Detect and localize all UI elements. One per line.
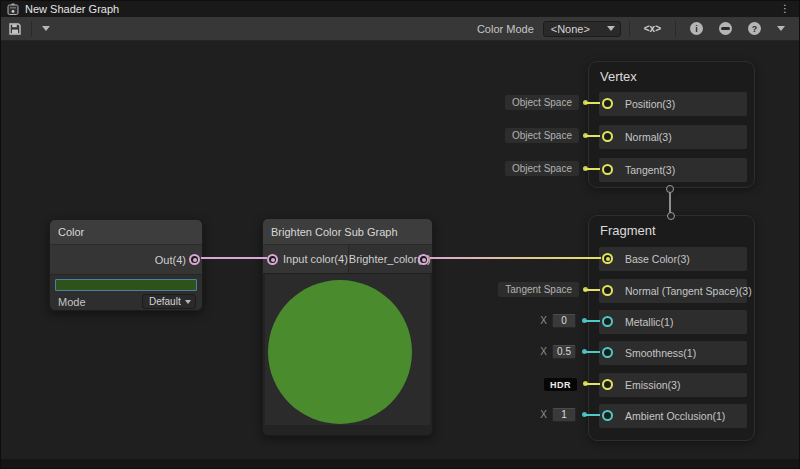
brighter-color-port[interactable] [418, 254, 429, 265]
help-button[interactable]: ? [742, 18, 767, 40]
color-mode-label: Color Mode [477, 23, 534, 35]
save-icon [9, 23, 21, 35]
slot-ambient-occlusion: Ambient Occlusion(1) [599, 404, 747, 428]
connector-dot [667, 212, 675, 220]
ambient-occlusion-value-field[interactable]: 1 [552, 408, 576, 422]
space-hint-normal-ts: Tangent Space [498, 282, 579, 297]
save-asset-button[interactable] [3, 18, 27, 40]
chevron-down-icon [42, 26, 50, 31]
sphere-preview-icon [719, 22, 732, 35]
base-color-port[interactable] [602, 253, 613, 264]
mode-value: Default [149, 296, 181, 307]
smoothness-value-field[interactable]: 0.5 [552, 345, 576, 359]
slot-normal: Normal(3) [599, 125, 747, 149]
slot-tangent: Tangent(3) [599, 158, 747, 182]
mode-dropdown[interactable]: Default [142, 294, 196, 309]
slot-base-color: Base Color(3) [599, 247, 747, 271]
graph-inspector-button[interactable]: i [684, 18, 709, 40]
vertex-node[interactable]: Vertex Position(3) Normal(3) Tangent(3) [588, 61, 755, 188]
fragment-node-title: Fragment [600, 223, 656, 238]
metallic-port[interactable] [602, 316, 613, 327]
ambient-occlusion-control: X 1 [540, 407, 576, 422]
title-bar: New Shader Graph ⋮ [1, 1, 799, 17]
color-node[interactable]: Color Out(4) Mode Default [49, 219, 203, 311]
color-out-port[interactable] [189, 254, 200, 265]
slot-label: Metallic(1) [625, 316, 673, 328]
subgraph-ports-row: Input color(4) Brighter_color(4) [263, 245, 432, 274]
subgraph-node-header[interactable]: Brighten Color Sub Graph [263, 219, 432, 245]
metallic-value-field[interactable]: 0 [552, 314, 576, 328]
fragment-node[interactable]: Fragment Base Color(3) Normal (Tangent S… [588, 215, 755, 441]
normal-port[interactable] [602, 131, 613, 142]
vertex-node-title: Vertex [600, 69, 637, 84]
view-generated-shader-button[interactable]: <x> [638, 18, 667, 40]
slot-label: Tangent(3) [625, 164, 675, 176]
slot-normal-tangent-space: Normal (Tangent Space)(3) [599, 279, 747, 303]
color-node-title: Color [58, 226, 84, 238]
input-color-port[interactable] [267, 254, 278, 265]
tangent-port[interactable] [602, 164, 613, 175]
stub-wire [584, 320, 600, 322]
color-out-row: Out(4) [50, 245, 202, 274]
input-color-label: Input color(4) [283, 253, 348, 265]
slot-label: Normal(3) [625, 131, 672, 143]
shader-graph-window: New Shader Graph ⋮ Color Mode <None> [0, 0, 800, 469]
slot-label: Smoothness(1) [625, 347, 696, 359]
chevron-down-icon [777, 26, 785, 31]
slot-position: Position(3) [599, 92, 747, 116]
space-hint-tangent: Object Space [505, 161, 579, 176]
stub-wire [584, 414, 600, 416]
stub-wire [584, 289, 600, 291]
position-port[interactable] [602, 98, 613, 109]
edge-color-to-subgraph[interactable] [201, 257, 267, 259]
normal-tangent-space-port[interactable] [602, 285, 613, 296]
slot-label: Position(3) [625, 98, 675, 110]
color-node-body: Mode Default [50, 274, 202, 311]
info-icon: i [690, 22, 703, 35]
code-icon: <x> [644, 23, 661, 34]
subgraph-node[interactable]: Brighten Color Sub Graph Input color(4) … [262, 218, 433, 436]
emission-port[interactable] [602, 379, 613, 390]
kebab-menu-icon[interactable]: ⋮ [780, 4, 790, 14]
hdr-badge[interactable]: HDR [544, 378, 577, 391]
slot-emission: Emission(3) [599, 373, 747, 397]
stub-wire [584, 383, 600, 385]
chevron-down-icon [185, 300, 191, 304]
color-mode-dropdown[interactable]: <None> [543, 21, 621, 37]
chevron-down-icon [607, 26, 615, 31]
axis-label: X [540, 409, 547, 420]
stub-wire [585, 168, 600, 170]
stub-wire [584, 351, 600, 353]
smoothness-control: X 0.5 [540, 344, 576, 359]
subgraph-preview [265, 274, 430, 425]
slot-label: Emission(3) [625, 379, 680, 391]
ambient-occlusion-port[interactable] [602, 410, 613, 421]
preview-sphere [268, 280, 412, 424]
toolbar-more-button[interactable] [771, 18, 791, 40]
slot-label: Ambient Occlusion(1) [625, 410, 725, 422]
smoothness-port[interactable] [602, 347, 613, 358]
space-hint-normal: Object Space [505, 128, 579, 143]
slot-label: Normal (Tangent Space)(3) [625, 285, 752, 297]
color-swatch[interactable] [55, 279, 197, 291]
toolbar-separator [31, 21, 32, 37]
metallic-control: X 0 [540, 313, 576, 328]
toolbar: Color Mode <None> <x> i ? [1, 17, 799, 41]
subgraph-node-title: Brighten Color Sub Graph [271, 226, 398, 238]
toolbar-separator [675, 21, 676, 37]
shader-graph-icon [7, 3, 19, 15]
out-label: Out(4) [155, 254, 186, 266]
space-hint-position: Object Space [505, 95, 579, 110]
edge-subgraph-to-fragment[interactable] [430, 257, 601, 259]
color-mode-value: <None> [551, 23, 590, 35]
save-options-button[interactable] [36, 18, 56, 40]
slot-metallic: Metallic(1) [599, 310, 747, 334]
window-title: New Shader Graph [25, 3, 119, 15]
color-node-header[interactable]: Color [50, 220, 202, 245]
connector-dot [666, 185, 674, 193]
main-preview-button[interactable] [713, 18, 738, 40]
toolbar-right-group: Color Mode <None> <x> i ? [477, 18, 791, 40]
slot-smoothness: Smoothness(1) [599, 341, 747, 365]
slot-label: Base Color(3) [625, 253, 690, 265]
axis-label: X [540, 315, 547, 326]
